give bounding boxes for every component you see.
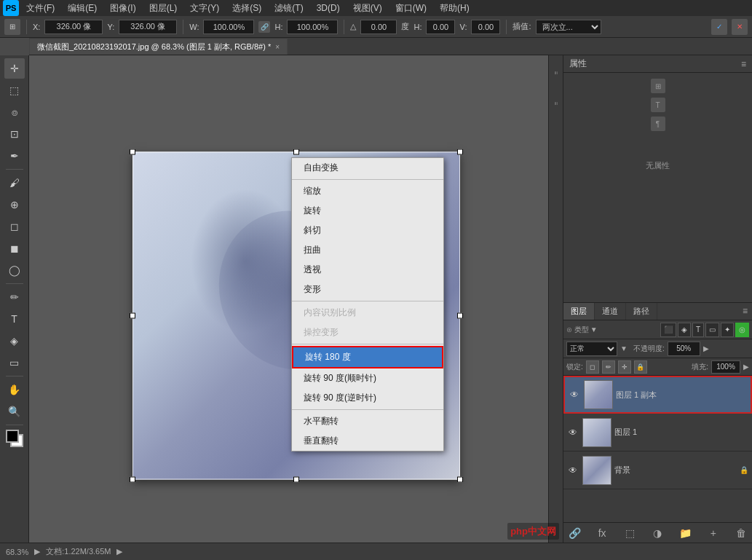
menu-file[interactable]: 文件(F) (20, 1, 60, 16)
cancel-icon[interactable]: ✕ (732, 19, 748, 35)
mini-tool-1[interactable]: ≡ (550, 58, 562, 87)
menu-edit[interactable]: 编辑(E) (62, 1, 103, 16)
menu-layer[interactable]: 图层(L) (143, 1, 183, 16)
w-input[interactable] (203, 20, 254, 34)
menu-3d[interactable]: 3D(D) (311, 1, 346, 15)
color-selector[interactable] (4, 428, 25, 449)
transform-icon[interactable]: ⊞ (4, 19, 20, 35)
filter-text-icon[interactable]: T (692, 323, 704, 337)
doc-size-arrow[interactable]: ▶ (116, 547, 122, 556)
clone-tool[interactable]: ⊕ (4, 194, 25, 215)
adjustment-layer-btn[interactable]: ◑ (649, 525, 665, 541)
transform-handle-bl[interactable] (130, 476, 135, 482)
tab-layers[interactable]: 图层 (563, 303, 595, 320)
fill-input[interactable] (711, 360, 740, 374)
shape-tool[interactable]: ▭ (4, 352, 25, 373)
mode-dropdown-icon[interactable]: ▼ (620, 344, 628, 352)
lock-pixels-btn[interactable]: ✏ (602, 360, 615, 374)
ctx-perspective[interactable]: 透视 (292, 260, 443, 280)
menu-help[interactable]: 帮助(H) (434, 1, 475, 16)
ctx-rotate[interactable]: 旋转 (292, 201, 443, 221)
ctx-flip-h[interactable]: 水平翻转 (292, 411, 443, 431)
eyedropper-tool[interactable]: ✒ (4, 146, 25, 166)
menu-text[interactable]: 文字(Y) (184, 1, 225, 16)
tab-close-btn[interactable]: × (275, 43, 280, 51)
prop-icon-1[interactable]: ⊞ (651, 79, 665, 93)
ctx-rotate-90-ccw[interactable]: 旋转 90 度(逆时针) (292, 388, 443, 408)
layer-style-btn[interactable]: fx (594, 525, 610, 541)
path-tool[interactable]: ◈ (4, 331, 25, 351)
menu-window[interactable]: 窗口(W) (389, 1, 432, 16)
angle-input[interactable] (360, 20, 397, 34)
properties-menu-icon[interactable]: ≡ (741, 59, 746, 69)
select-tool[interactable]: ⬚ (4, 80, 25, 100)
text-tool[interactable]: T (4, 309, 25, 329)
transform-handle-ml[interactable] (130, 312, 135, 318)
y-input[interactable] (119, 20, 177, 34)
mini-tool-2[interactable]: ≡ (550, 89, 562, 118)
filter-dropdown-icon[interactable]: ▼ (590, 326, 598, 334)
ctx-free-transform[interactable]: 自由变换 (292, 158, 443, 178)
menu-select[interactable]: 选择(S) (226, 1, 267, 16)
lock-position-btn[interactable]: ✛ (618, 360, 631, 374)
ctx-scale[interactable]: 缩放 (292, 181, 443, 201)
hand-tool[interactable]: ✋ (4, 379, 25, 400)
main-tab[interactable]: 微信截图_20210823192017.jpg @ 68.3% (图层 1 副本… (29, 39, 288, 55)
add-mask-btn[interactable]: ⬚ (622, 525, 638, 541)
eraser-tool[interactable]: ◻ (4, 216, 25, 237)
pen-tool[interactable]: ✏ (4, 287, 25, 307)
tab-paths[interactable]: 路径 (626, 303, 657, 320)
tab-channels[interactable]: 通道 (595, 303, 626, 320)
move-tool[interactable]: ✛ (4, 58, 25, 79)
dodge-tool[interactable]: ◯ (4, 260, 25, 280)
interpolation-select[interactable]: 两次立... (536, 20, 601, 34)
blend-mode-select[interactable]: 正常 (566, 342, 617, 356)
transform-handle-tm[interactable] (293, 149, 299, 154)
confirm-icon[interactable]: ✓ (711, 19, 727, 35)
layer-item-copy[interactable]: 👁 图层 1 副本 (563, 376, 752, 414)
prop-icon-3[interactable]: ¶ (651, 117, 665, 131)
menu-view[interactable]: 视图(V) (347, 1, 388, 16)
transform-handle-tl[interactable] (130, 149, 135, 154)
ctx-skew[interactable]: 斜切 (292, 221, 443, 240)
delete-layer-btn[interactable]: 🗑 (733, 525, 749, 541)
ctx-distort[interactable]: 扭曲 (292, 240, 443, 260)
transform-handle-tr[interactable] (457, 149, 463, 154)
transform-handle-bm[interactable] (293, 476, 299, 482)
foreground-color[interactable] (6, 430, 19, 443)
ctx-flip-v[interactable]: 垂直翻转 (292, 431, 443, 451)
layer-item-bg[interactable]: 👁 背景 🔒 (563, 451, 752, 489)
prop-icon-2[interactable]: T (651, 98, 665, 112)
filter-shape-icon[interactable]: ▭ (705, 323, 719, 337)
zoom-tool[interactable]: 🔍 (4, 401, 25, 422)
layer-eye-bg[interactable]: 👁 (566, 464, 579, 477)
layer-item-1[interactable]: 👁 图层 1 (563, 414, 752, 451)
lock-transparent-btn[interactable]: ◻ (586, 360, 599, 374)
brush-tool[interactable]: 🖌 (4, 173, 25, 193)
status-arrow[interactable]: ▶ (34, 547, 40, 556)
link-icon[interactable]: 🔗 (258, 21, 270, 33)
layer-eye-copy[interactable]: 👁 (568, 388, 581, 401)
link-layers-btn[interactable]: 🔗 (566, 525, 582, 541)
layers-panel-menu[interactable]: ≡ (738, 303, 752, 320)
ctx-warp[interactable]: 变形 (292, 280, 443, 299)
new-layer-btn[interactable]: + (705, 525, 721, 541)
filter-smart-icon[interactable]: ✦ (721, 323, 734, 337)
layer-eye-1[interactable]: 👁 (566, 426, 579, 439)
gradient-tool[interactable]: ◼ (4, 238, 25, 259)
lasso-tool[interactable]: ⌾ (4, 102, 25, 122)
h-input[interactable] (287, 20, 338, 34)
menu-image[interactable]: 图像(I) (104, 1, 141, 16)
transform-handle-mr[interactable] (457, 312, 463, 318)
filter-toggle[interactable]: ◎ (735, 323, 749, 337)
crop-tool[interactable]: ⊡ (4, 124, 25, 144)
filter-pixel-icon[interactable]: ⬛ (660, 323, 676, 337)
menu-filter[interactable]: 滤镜(T) (269, 1, 309, 16)
filter-adjust-icon[interactable]: ◈ (678, 323, 691, 337)
h-angle-input[interactable] (426, 20, 455, 34)
v-input[interactable] (471, 20, 500, 34)
opacity-arrow[interactable]: ▶ (703, 344, 709, 352)
opacity-input[interactable] (668, 342, 700, 356)
ctx-rotate-90-cw[interactable]: 旋转 90 度(顺时针) (292, 368, 443, 388)
new-group-btn[interactable]: 📁 (678, 525, 694, 541)
